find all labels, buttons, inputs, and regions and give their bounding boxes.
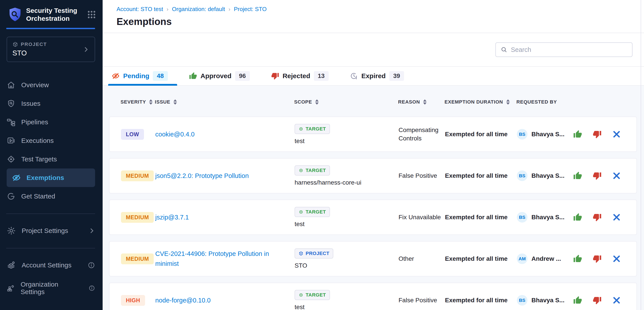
reject-button[interactable] [593, 213, 602, 222]
table-header-row: SEVERITY ISSUE SCOPE REASON EXEMPTION DU… [109, 95, 637, 109]
scope-cell: TARGETtest [294, 207, 398, 228]
sidebar-item-organization-settings[interactable]: Organization Settings [0, 279, 102, 298]
issue-link[interactable]: cookie@0.4.0 [155, 129, 294, 139]
info-icon[interactable] [88, 261, 95, 269]
column-header-severity[interactable]: SEVERITY [120, 99, 155, 105]
approve-button[interactable] [573, 254, 582, 263]
project-selector[interactable]: PROJECT STO [7, 37, 95, 62]
breadcrumb-account-link[interactable]: Account: STO test [116, 6, 163, 12]
info-icon[interactable] [88, 284, 95, 292]
play-box-icon [7, 136, 16, 145]
cancel-button[interactable] [612, 296, 621, 305]
approve-button[interactable] [573, 213, 582, 222]
sidebar-item-account-settings[interactable]: Account Settings [0, 256, 102, 275]
cancel-button[interactable] [612, 171, 621, 180]
requested-by-cell: BSBhavya S... [517, 170, 573, 181]
org-gear-icon [7, 284, 15, 293]
reject-button[interactable] [593, 171, 602, 180]
sidebar-item-test-targets[interactable]: Test Targets [0, 150, 102, 168]
scope-name: harness/harness-core-ui [294, 179, 361, 186]
sidebar-item-project-settings[interactable]: Project Settings [0, 221, 102, 240]
reject-button[interactable] [593, 254, 602, 263]
target-icon [298, 293, 304, 298]
table-row[interactable]: MEDIUMjson5@2.2.0: Prototype PollutionTA… [109, 158, 637, 193]
sidebar-item-executions[interactable]: Executions [0, 131, 102, 150]
target-icon [7, 155, 16, 164]
row-actions [573, 171, 628, 180]
issue-link[interactable]: CVE-2021-44906: Prototype Pollution in m… [155, 249, 294, 269]
cancel-button[interactable] [612, 130, 621, 139]
target-icon [298, 168, 304, 173]
breadcrumb-organization-link[interactable]: Organization: default [172, 6, 225, 12]
scope-name: STO [294, 262, 307, 269]
thumbs-up-icon [189, 72, 197, 80]
approve-button[interactable] [573, 296, 582, 305]
table-row[interactable]: MEDIUMCVE-2021-44906: Prototype Pollutio… [109, 241, 637, 277]
tabbar: Pending 48 Approved 96 Rejected 13 Expir… [102, 66, 644, 86]
chevron-right-icon [88, 227, 95, 234]
sort-icon[interactable] [149, 99, 152, 105]
chevron-right-icon: › [167, 6, 168, 12]
main-content: Account: STO test › Organization: defaul… [102, 0, 644, 310]
sidebar-item-get-started[interactable]: Get Started [0, 187, 102, 206]
sidebar-header: Security Testing Orchestration [0, 0, 102, 28]
sidebar-item-exemptions[interactable]: Exemptions [7, 168, 95, 187]
reason-cell: Compensating Controls [398, 126, 445, 143]
requested-by-cell: BSBhavya S... [517, 212, 573, 223]
reject-button[interactable] [593, 296, 602, 305]
sort-icon[interactable] [423, 99, 426, 105]
approve-button[interactable] [573, 171, 582, 180]
gear-icon [7, 226, 16, 235]
scope-cell: TARGETtest [294, 124, 398, 145]
app-root: Security Testing Orchestration PROJECT S… [0, 0, 644, 310]
search-input[interactable] [511, 46, 627, 53]
tab-approved[interactable]: Approved 96 [189, 67, 250, 85]
reason-cell: False Positive [398, 296, 445, 305]
issue-link[interactable]: json5@2.2.0: Prototype Pollution [155, 171, 294, 181]
sort-icon[interactable] [506, 99, 510, 105]
approve-button[interactable] [573, 130, 582, 139]
tab-count-badge: 48 [153, 71, 168, 81]
exemptions-list: SEVERITY ISSUE SCOPE REASON EXEMPTION DU… [102, 86, 644, 310]
issue-link[interactable]: node-forge@0.10.0 [155, 296, 294, 305]
cancel-button[interactable] [612, 254, 621, 263]
sort-icon[interactable] [174, 99, 177, 105]
tab-pending[interactable]: Pending 48 [112, 67, 168, 85]
column-header-reason[interactable]: REASON [398, 99, 444, 105]
tab-label: Pending [123, 72, 149, 80]
breadcrumb-project-link[interactable]: Project: STO [234, 6, 266, 12]
tab-rejected[interactable]: Rejected 13 [271, 67, 329, 85]
reject-button[interactable] [593, 130, 602, 139]
scope-name: test [294, 221, 304, 228]
sort-icon[interactable] [315, 99, 319, 105]
column-header-issue[interactable]: ISSUE [155, 99, 294, 105]
column-header-exemption-duration[interactable]: EXEMPTION DURATION [444, 99, 516, 105]
sidebar-item-label: Test Targets [21, 155, 57, 163]
row-actions [573, 130, 628, 139]
severity-cell: LOW [121, 129, 155, 140]
issue-link[interactable]: jszip@3.7.1 [155, 212, 294, 222]
sidebar-item-overview[interactable]: Overview [0, 76, 102, 94]
severity-badge: MEDIUM [121, 212, 154, 223]
table-row[interactable]: HIGHnode-forge@0.10.0TARGETtestFalse Pos… [109, 283, 637, 310]
target-icon [298, 210, 304, 214]
scope-badge: TARGET [294, 124, 330, 134]
sidebar-item-issues[interactable]: Issues [0, 94, 102, 113]
duration-cell: Exempted for all time [445, 255, 517, 263]
clock-alert-icon [350, 72, 358, 80]
sidebar-item-pipelines[interactable]: Pipelines [0, 113, 102, 131]
table-row[interactable]: MEDIUMjszip@3.7.1TARGETtestFix Unavailab… [109, 200, 637, 235]
tab-expired[interactable]: Expired 39 [350, 67, 404, 85]
row-actions [573, 296, 628, 305]
requested-by-cell: BSBhavya S... [517, 295, 573, 306]
avatar: BS [517, 212, 528, 223]
module-grid-icon[interactable] [87, 10, 96, 19]
eye-off-icon [12, 173, 21, 182]
sidebar-item-label: Executions [21, 137, 54, 145]
severity-cell: MEDIUM [121, 212, 155, 223]
project-label: PROJECT [21, 41, 47, 47]
table-row[interactable]: LOWcookie@0.4.0TARGETtestCompensating Co… [109, 117, 637, 152]
cancel-button[interactable] [612, 213, 621, 222]
column-header-scope[interactable]: SCOPE [294, 99, 398, 105]
scope-cell: PROJECTSTO [294, 248, 398, 269]
